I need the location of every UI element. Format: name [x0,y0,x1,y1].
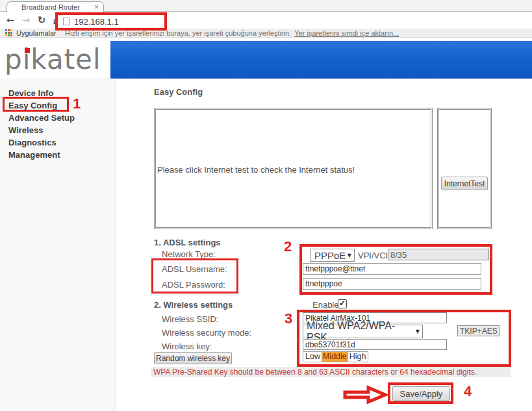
sidebar-item-diagnostics[interactable]: Diagnostics [0,136,115,149]
logo-dot-icon [25,48,30,53]
internet-status-panel: Please click Internet test to check the … [155,109,431,228]
security-mode-select[interactable]: Mixed WPA2/WPA-PSK ▼ [303,325,423,338]
annotation-number-4: 4 [464,383,472,400]
sidebar-item-wireless[interactable]: Wireless [0,124,115,136]
chevron-down-icon: ▼ [348,253,354,258]
vpi-vci-label: VPI/VCI: [358,251,390,260]
annotation-number-1: 1 [73,95,81,112]
enable-label: Enable [312,300,338,310]
wpa-key-warning: WPA Pre-Shared Key should be between 8 a… [151,367,511,377]
reload-icon[interactable]: ↻ [35,14,48,27]
random-wireless-key-button[interactable]: Random wireless key [154,352,232,364]
wireless-settings-heading: 2. Wireless settings [154,300,233,310]
apps-grid-icon[interactable] [5,29,12,36]
sidebar-item-advanced-setup[interactable]: Advanced Setup [0,112,115,124]
close-tab-icon[interactable]: × [92,3,103,11]
import-bookmarks-link[interactable]: Yer işaretlerini şimdi içe aktarın... [294,29,399,37]
strength-low: Low [304,352,322,362]
back-icon[interactable]: ← [4,14,17,27]
annotation-number-2: 2 [284,238,292,255]
adsl-settings-heading: 1. ADSL settings [154,238,221,247]
adsl-username-label: ADSL Username: [162,264,227,274]
page-icon [63,18,70,25]
wireless-key-input[interactable] [303,339,447,350]
step-arrow-icon [342,384,389,405]
adsl-password-label: ADSL Password: [162,280,225,290]
sidebar-item-easy-config[interactable]: Easy Config [0,99,115,112]
forward-icon[interactable]: → [19,14,32,27]
strength-middle: Middle [322,352,348,362]
network-type-select[interactable]: PPPoE ▼ [310,249,355,262]
wireless-enable-checkbox[interactable] [338,299,347,308]
save-apply-button[interactable]: Save/Apply [392,386,450,401]
sidebar-item-management[interactable]: Management [0,149,115,161]
tab-title: Broadband Router [7,3,92,11]
wireless-ssid-label: Wireless SSID: [162,314,218,324]
internet-test-button[interactable]: InternetTest [441,177,488,190]
address-bar[interactable]: 192.168.1.1 [55,12,167,31]
adsl-password-input[interactable] [303,278,481,290]
internet-test-panel: InternetTest [438,109,490,228]
encryption-input [457,325,500,336]
pikatel-logo: pikatel [5,42,110,79]
url-text[interactable]: 192.168.1.1 [74,17,119,27]
adsl-username-input[interactable] [303,263,481,275]
logo-text: pikatel [5,44,101,75]
browser-window: Broadband Router × ← → ↻ ⌂ 192.168.1.1 U… [0,0,532,411]
sidebar-menu: Device Info Easy Config Advanced Setup W… [0,87,115,161]
browser-tab[interactable]: Broadband Router × [6,1,104,12]
header-banner [110,41,532,79]
apps-label[interactable]: Uygulamalar [16,29,57,37]
status-message: Please click Internet test to check the … [157,165,355,175]
page-title: Easy Config [154,87,203,97]
vpi-vci-input [388,249,489,260]
sidebar: Device Info Easy Config Advanced Setup W… [0,79,116,411]
security-mode-label: Wireless security mode: [162,328,251,338]
strength-high: High [348,352,368,362]
annotation-number-3: 3 [285,310,292,327]
sidebar-item-device-info[interactable]: Device Info [0,87,115,99]
network-type-value: PPPoE [314,250,346,261]
chevron-down-icon: ▼ [416,329,422,334]
tab-strip: Broadband Router × [0,0,532,12]
network-type-label: Network Type: [162,249,216,259]
wireless-key-label: Wireless key: [162,342,212,351]
key-strength-indicator: Low Middle High [303,351,368,362]
